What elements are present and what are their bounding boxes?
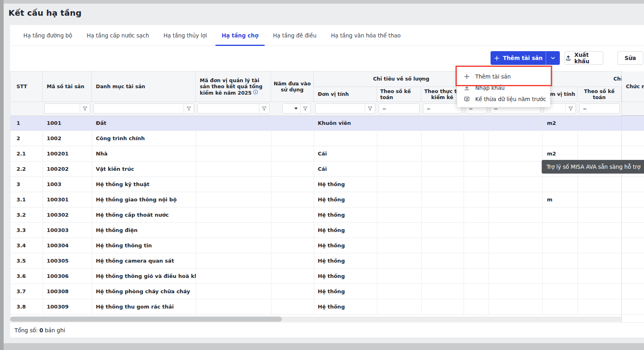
table-row[interactable]: 3.3100303Hệ thống điệnHệ thống (10, 223, 644, 238)
add-asset-button[interactable]: Thêm tài sản (491, 51, 546, 65)
tab-ha-tang-cap-nuoc-sach[interactable]: Hạ tầng cấp nước sạch (81, 25, 155, 46)
add-asset-dropdown-menu: Thêm tài sản Nhập khẩu Kế thừa dữ liệu n… (457, 67, 550, 107)
fixed-column-actions: Chức năng (621, 71, 644, 322)
cell-ma_so: 100201 (43, 146, 92, 161)
cell-stt: 3.8 (10, 299, 43, 314)
filter-input-tskt1[interactable] (386, 104, 419, 113)
cell-dvt1: Hệ thống (314, 207, 377, 222)
cell-tttkk1 (421, 269, 464, 284)
cell-danh_muc: Đất (92, 116, 196, 130)
tab-ha-tang-cho[interactable]: Hạ tầng chợ (215, 25, 265, 46)
cell-nam (271, 284, 314, 299)
cell-dvt2 (542, 299, 578, 314)
edit-button[interactable]: Sửa (617, 51, 643, 65)
cell-danh_muc: Nhà (92, 146, 196, 161)
cell-danh_muc: Công trình chính (92, 131, 196, 146)
table-row[interactable]: 3.2100302Hệ thống cấp thoát nướcHệ thống (10, 207, 644, 223)
cell-h2 (489, 299, 542, 314)
header-cell-stt[interactable]: STT (10, 71, 43, 101)
cell-tttkk1 (421, 223, 464, 238)
equals-operator[interactable]: = (580, 104, 587, 113)
filter-icon[interactable] (80, 104, 90, 113)
cell-tskt1 (377, 253, 421, 268)
header-cell-danh_muc[interactable]: Danh mục tài sản (92, 71, 196, 101)
header-cell-nam[interactable]: Năm đưa vào sử dụng (271, 71, 314, 101)
header-label-nam: Năm đưa vào sử dụng (273, 81, 312, 93)
table-row[interactable]: 31003Hệ thống kỹ thuậtHệ thống (10, 177, 644, 192)
table-row[interactable]: 2.1100201NhàCáim2 (10, 146, 644, 162)
equals-operator[interactable]: = (423, 104, 431, 113)
header-cell-ma_so[interactable]: Mã số tài sản (43, 71, 92, 101)
filter-input-tskt2[interactable] (587, 104, 619, 113)
cell-dvt2 (542, 207, 578, 222)
cell-tttkk1 (421, 238, 464, 253)
cell-tskt1 (377, 146, 421, 161)
column-separator (464, 116, 464, 315)
menu-item-them-tai-san[interactable]: Thêm tài sản (457, 71, 550, 82)
cell-nam (271, 192, 314, 207)
filter-body-divider (10, 116, 644, 116)
cell-dvt2 (542, 223, 578, 238)
app-window: Kết cấu hạ tầng Hạ tầng đường bộ Hạ tầng… (0, 0, 644, 350)
header-cell-tskt1[interactable]: Theo số kế toán (377, 87, 421, 101)
cell-stt: 3.2 (10, 207, 43, 222)
filter-icon[interactable] (365, 104, 375, 113)
fixed-column-cell (622, 131, 644, 146)
filter-input-dvt1[interactable] (316, 104, 365, 113)
filter-icon[interactable] (565, 104, 576, 113)
tab-ha-tang-thuy-loi[interactable]: Hạ tầng thủy lợi (157, 25, 213, 46)
horizontal-scrollbar[interactable] (10, 317, 644, 322)
cell-tttkk1 (421, 162, 464, 176)
filter-icon[interactable] (259, 104, 269, 113)
add-asset-split-button[interactable]: Thêm tài sản (491, 51, 560, 65)
horizontal-scrollbar-thumb[interactable] (10, 317, 282, 322)
table-row[interactable]: 3.4100304Hệ thống thông tinHệ thống (10, 238, 644, 253)
caret-down-icon[interactable] (294, 108, 298, 110)
cell-danh_muc: Hệ thống camera quan sát (92, 253, 196, 268)
table-row[interactable]: 21002Công trình chính (10, 131, 644, 146)
tab-ha-tang-van-hoa-the-thao[interactable]: Hạ tầng văn hóa thể thao (325, 25, 407, 46)
export-button[interactable]: Xuất khẩu (565, 51, 603, 65)
filter-icon[interactable] (184, 104, 194, 113)
cell-nam (271, 177, 314, 192)
cell-tskt1 (377, 299, 421, 314)
cell-dvt1 (314, 131, 377, 146)
table-row[interactable]: 3.8100309Hệ thống thu gom rác thảiHệ thố… (10, 299, 644, 315)
cell-dvt1: Hệ thống (314, 223, 377, 238)
filter-input-ma_don_vi[interactable] (198, 104, 259, 113)
table-row[interactable]: 3.1100301Hệ thống giao thông nội bộHệ th… (10, 192, 644, 207)
header-cell-ma_don_vi[interactable]: Mã đơn vị quản lý tài sản theo kết quả t… (196, 71, 271, 101)
cell-h2 (489, 253, 542, 268)
filter-box-dvt1 (315, 104, 375, 114)
column-separator (43, 116, 43, 315)
cell-dvt2 (542, 284, 578, 299)
table-row[interactable]: 3.5100305Hệ thống camera quan sátHệ thốn… (10, 253, 644, 269)
filter-input-danh_muc[interactable] (94, 104, 184, 113)
cell-tskt1 (377, 162, 421, 176)
cell-h2 (489, 223, 542, 238)
filter-input-ma_so[interactable] (45, 104, 80, 113)
add-asset-dropdown-toggle[interactable] (546, 51, 560, 65)
menu-item-nhap-khau[interactable]: Nhập khẩu (457, 82, 550, 93)
cell-tttkk1 (421, 116, 464, 130)
menu-item-ke-thua-du-lieu[interactable]: Kế thừa dữ liệu năm trước (457, 93, 550, 105)
filter-input-nam[interactable] (283, 104, 294, 113)
tab-ha-tang-de-dieu[interactable]: Hạ tầng đê điều (267, 25, 323, 46)
cell-nam (271, 238, 314, 253)
info-icon[interactable] (252, 89, 258, 95)
header-cell-chuc-nang[interactable]: Chức năng (622, 71, 644, 101)
cell-stt: 1 (10, 116, 43, 130)
fixed-column-cell (622, 238, 644, 253)
filter-icon[interactable] (300, 104, 310, 113)
table-row[interactable]: 11001ĐấtKhuôn viênm2 (10, 116, 644, 131)
equals-operator[interactable]: = (379, 104, 386, 113)
header-cell-tskt2[interactable]: Theo số kế toán (578, 87, 621, 101)
table-row[interactable]: 3.6100306Hệ thống thông gió và điều hoà … (10, 269, 644, 284)
tab-ha-tang-duong-bo[interactable]: Hạ tầng đường bộ (17, 25, 78, 46)
cell-tskt1 (377, 238, 421, 253)
cell-ma_don_vi (196, 131, 271, 146)
header-cell-dvt1[interactable]: Đơn vị tính (314, 87, 377, 101)
table-row[interactable]: 3.7100308Hệ thống phòng cháy chữa cháyHệ… (10, 284, 644, 299)
cell-ma_so: 100302 (43, 207, 92, 222)
fixed-column-cell (622, 223, 644, 238)
